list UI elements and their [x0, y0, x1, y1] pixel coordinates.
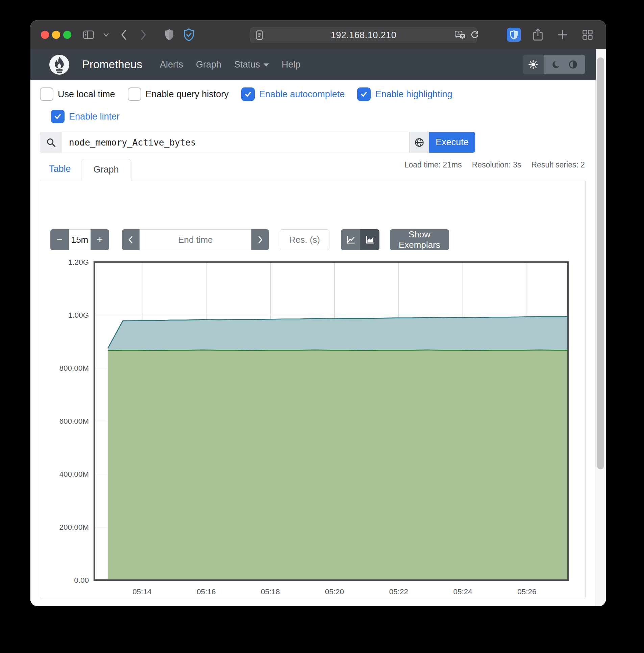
chart-type-toggle	[341, 229, 380, 250]
svg-text:600.00M: 600.00M	[59, 417, 89, 426]
option-label: Enable autocomplete	[259, 89, 345, 100]
options-row-2: Enable linter	[51, 110, 120, 123]
query-stats: Load time: 21ms Resolution: 3s Result se…	[405, 161, 585, 169]
svg-text:A: A	[457, 31, 460, 36]
range-increase-button[interactable]: +	[91, 229, 109, 250]
svg-text:05:22: 05:22	[389, 587, 408, 596]
stacked-chart-button[interactable]	[360, 229, 380, 250]
range-decrease-button[interactable]: −	[50, 229, 69, 250]
svg-text:05:18: 05:18	[261, 587, 280, 596]
scrollbar-thumb[interactable]	[597, 57, 604, 469]
svg-text:400.00M: 400.00M	[59, 470, 89, 479]
new-tab-icon[interactable]	[556, 28, 569, 41]
option-label: Use local time	[58, 89, 115, 100]
time-forward-button[interactable]	[251, 229, 269, 250]
svg-text:1.00G: 1.00G	[68, 311, 89, 319]
end-time-control	[122, 229, 269, 250]
end-time-input[interactable]	[140, 229, 251, 250]
svg-text:05:24: 05:24	[453, 587, 472, 596]
brand-title[interactable]: Prometheus	[82, 58, 142, 71]
option-label: Enable query history	[146, 89, 229, 100]
result-series: Result series: 2	[531, 161, 585, 169]
browser-window: 192.168.10.210 A	[30, 20, 606, 606]
tab-overview-icon[interactable]	[581, 28, 594, 41]
auto-theme-contrast-icon[interactable]	[568, 60, 578, 69]
globe-icon	[414, 138, 424, 148]
theme-toggle-group	[523, 55, 585, 74]
option-label: Enable highlighting	[375, 89, 452, 100]
search-icon	[46, 138, 56, 148]
nav-item-status[interactable]: Status	[234, 59, 269, 70]
line-chart-button[interactable]	[341, 229, 360, 250]
option-enable-highlighting[interactable]: Enable highlighting	[357, 88, 452, 101]
checkbox-enable-highlighting[interactable]	[357, 88, 371, 101]
memory-usage-chart[interactable]: 0.00200.00M400.00M600.00M800.00M1.00G1.2…	[40, 253, 585, 599]
tab-graph[interactable]: Graph	[81, 159, 132, 180]
light-theme-button[interactable]	[523, 55, 544, 74]
address-bar[interactable]: 192.168.10.210 A	[250, 27, 477, 43]
forward-button[interactable]	[137, 28, 150, 41]
nav-item-graph[interactable]: Graph	[196, 59, 221, 70]
prometheus-logo-icon[interactable]	[49, 54, 70, 75]
resolution: Resolution: 3s	[472, 161, 521, 169]
page-content: Prometheus Alerts Graph Status Help Use …	[30, 49, 606, 606]
options-row-1: Use local time Enable query history Enab…	[40, 88, 453, 101]
execute-button[interactable]: Execute	[429, 132, 475, 153]
theme-toggle-right	[544, 55, 585, 74]
url-text[interactable]: 192.168.10.210	[250, 30, 477, 41]
sun-icon	[528, 59, 538, 70]
verified-shield-icon[interactable]	[182, 28, 195, 41]
svg-text:05:16: 05:16	[197, 587, 215, 596]
checkbox-enable-linter[interactable]	[51, 110, 65, 123]
svg-text:05:20: 05:20	[325, 587, 344, 596]
svg-text:1.20G: 1.20G	[68, 258, 89, 266]
range-control: − +	[50, 229, 109, 250]
metrics-explorer-addon[interactable]	[409, 132, 429, 153]
option-enable-query-history[interactable]: Enable query history	[128, 88, 229, 101]
minimize-window-button[interactable]	[52, 31, 60, 39]
svg-text:05:26: 05:26	[517, 587, 536, 596]
svg-text:200.00M: 200.00M	[59, 523, 89, 531]
svg-text:800.00M: 800.00M	[59, 364, 89, 372]
share-icon[interactable]	[531, 28, 544, 41]
load-time: Load time: 21ms	[405, 161, 462, 169]
range-input[interactable]	[69, 229, 91, 250]
tab-table[interactable]: Table	[40, 164, 81, 180]
resolution-input[interactable]	[280, 229, 329, 250]
back-button[interactable]	[118, 28, 131, 41]
query-input-group: Execute	[40, 132, 476, 153]
svg-text:0.00: 0.00	[74, 576, 89, 584]
query-expression-input[interactable]	[62, 132, 409, 153]
window-scrollbar[interactable]	[595, 49, 606, 606]
browser-toolbar: 192.168.10.210 A	[30, 20, 606, 49]
privacy-shield-icon[interactable]	[163, 28, 176, 41]
checkbox-enable-query-history[interactable]	[128, 88, 141, 101]
checkbox-enable-autocomplete[interactable]	[241, 88, 255, 101]
zoom-window-button[interactable]	[63, 31, 71, 39]
time-back-button[interactable]	[122, 229, 140, 250]
checkbox-use-local-time[interactable]	[40, 88, 53, 101]
show-exemplars-button[interactable]: Show Exemplars	[390, 229, 449, 250]
stacked-chart-icon	[365, 235, 375, 245]
dark-theme-moon-icon[interactable]	[551, 60, 561, 69]
graph-panel: − + Show Exemp	[40, 180, 585, 599]
caret-down-icon	[263, 64, 269, 67]
check-icon	[360, 91, 368, 98]
search-addon	[40, 132, 62, 153]
option-enable-autocomplete[interactable]: Enable autocomplete	[241, 88, 345, 101]
nav-item-alerts[interactable]: Alerts	[160, 59, 183, 70]
check-icon	[244, 91, 252, 98]
option-enable-linter[interactable]: Enable linter	[51, 110, 120, 123]
result-tabs: Table Graph	[40, 159, 132, 180]
line-chart-icon	[346, 235, 356, 245]
close-window-button[interactable]	[41, 31, 49, 39]
chevron-down-icon[interactable]	[100, 28, 113, 41]
nav-item-help[interactable]: Help	[282, 59, 301, 70]
svg-text:05:14: 05:14	[133, 587, 152, 596]
prometheus-navbar: Prometheus Alerts Graph Status Help	[30, 49, 596, 80]
option-use-local-time[interactable]: Use local time	[40, 88, 115, 101]
sidebar-icon[interactable]	[82, 28, 95, 41]
option-label: Enable linter	[69, 112, 120, 122]
check-icon	[54, 113, 62, 120]
password-extension-icon[interactable]	[507, 28, 521, 42]
